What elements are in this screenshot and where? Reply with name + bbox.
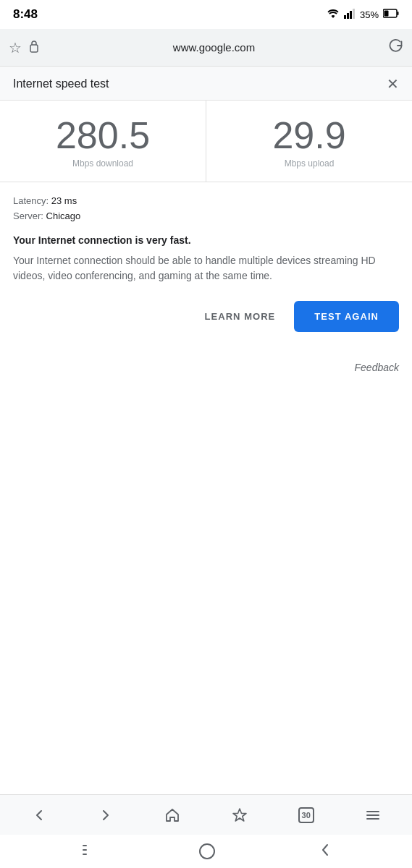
svg-rect-3	[353, 9, 355, 19]
svg-rect-1	[347, 13, 349, 19]
bottom-nav: 30	[0, 794, 412, 835]
svg-rect-5	[398, 12, 399, 15]
close-button[interactable]: ✕	[387, 77, 399, 91]
latency-line: Latency: 23 ms	[13, 195, 399, 206]
button-row: LEARN MORE TEST AGAIN	[0, 301, 412, 348]
download-value: 280.5	[13, 116, 193, 154]
server-value: Chicago	[46, 210, 81, 221]
result-headline: Your Internet connection is very fast.	[13, 234, 399, 246]
upload-cell: 29.9 Mbps upload	[206, 101, 412, 182]
wifi-icon	[327, 9, 340, 21]
battery-percent: 35%	[360, 9, 379, 20]
tabs-button[interactable]: 30	[290, 799, 322, 831]
svg-rect-2	[350, 11, 352, 19]
favorite-icon[interactable]: ☆	[9, 39, 22, 56]
status-bar: 8:48 35%	[0, 0, 412, 29]
download-cell: 280.5 Mbps download	[0, 101, 206, 182]
gesture-home-icon[interactable]	[199, 843, 215, 859]
lock-icon	[29, 40, 39, 56]
reload-icon[interactable]	[389, 38, 403, 56]
test-again-button[interactable]: TEST AGAIN	[294, 301, 399, 332]
svg-rect-0	[344, 15, 346, 19]
browser-bar: ☆ www.google.com	[0, 29, 412, 67]
battery-icon	[383, 9, 399, 20]
result-description: Your Internet connection should be able …	[13, 253, 399, 284]
gesture-bar	[0, 835, 412, 868]
latency-label: Latency:	[13, 195, 49, 206]
feedback-link[interactable]: Feedback	[355, 362, 399, 373]
gesture-back-icon[interactable]	[319, 842, 331, 861]
svg-rect-6	[384, 11, 389, 17]
svg-rect-7	[30, 45, 38, 52]
signal-icon	[344, 9, 356, 21]
feedback-section: Feedback	[0, 348, 412, 387]
forward-button[interactable]	[90, 799, 122, 831]
card-header: Internet speed test ✕	[0, 67, 412, 101]
learn-more-button[interactable]: LEARN MORE	[195, 304, 286, 329]
download-label: Mbps download	[13, 158, 193, 169]
menu-button[interactable]	[357, 799, 389, 831]
bookmark-button[interactable]	[224, 799, 256, 831]
browser-url[interactable]: www.google.com	[46, 41, 382, 54]
status-time: 8:48	[13, 7, 38, 22]
tab-count: 30	[298, 807, 314, 823]
upload-value: 29.9	[219, 116, 399, 154]
details-section: Latency: 23 ms Server: Chicago Your Inte…	[0, 182, 412, 284]
gesture-menu-icon[interactable]	[81, 844, 96, 859]
card-title: Internet speed test	[13, 77, 109, 90]
server-line: Server: Chicago	[13, 210, 399, 221]
upload-label: Mbps upload	[219, 158, 399, 169]
speed-row: 280.5 Mbps download 29.9 Mbps upload	[0, 101, 412, 182]
latency-value: 23 ms	[51, 195, 77, 206]
server-label: Server:	[13, 210, 43, 221]
status-icons: 35%	[327, 9, 399, 21]
home-button[interactable]	[156, 799, 188, 831]
back-button[interactable]	[23, 799, 55, 831]
